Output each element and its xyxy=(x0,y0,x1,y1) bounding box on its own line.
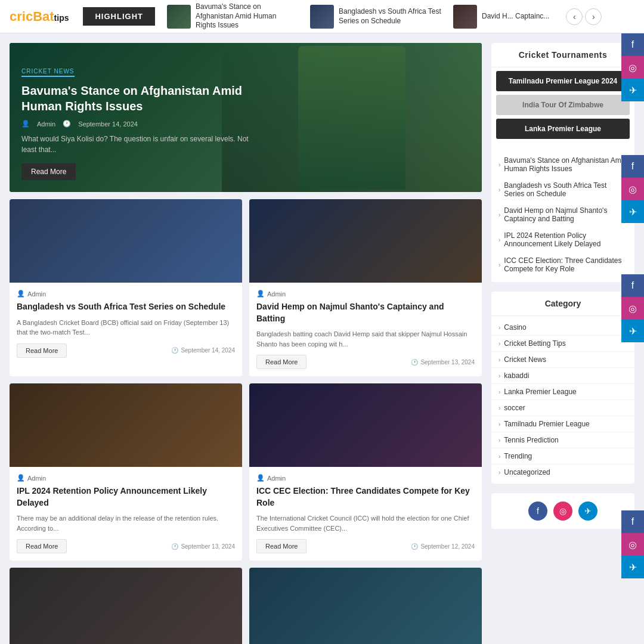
article-image-2 xyxy=(10,383,242,467)
article-image-3 xyxy=(249,383,482,467)
ticker-text-3: David H... Captainc... xyxy=(482,12,549,21)
article-footer-2: Read More 🕐 September 13, 2024 xyxy=(17,539,235,553)
category-title: Category xyxy=(491,292,634,316)
category-chevron-9: › xyxy=(499,469,500,476)
related-link-4[interactable]: › ICC CEC Election: Three Candidates Com… xyxy=(491,252,634,277)
instagram-button-2[interactable]: ◎ xyxy=(621,178,644,200)
telegram-button-3[interactable]: ✈ xyxy=(621,320,644,342)
category-item-4[interactable]: › Lanka Premier League xyxy=(491,384,634,400)
clock-icon-0: 🕐 xyxy=(171,347,178,354)
related-link-1[interactable]: › Bangladesh vs South Africa Test Series… xyxy=(491,177,634,202)
category-item-3[interactable]: › kabaddi xyxy=(491,368,634,384)
article-author-1: 👤 Admin xyxy=(256,290,475,298)
article-read-more-button-1[interactable]: Read More xyxy=(256,355,306,369)
featured-clock-icon: 🕐 xyxy=(63,120,71,128)
category-item-7[interactable]: › Tennis Prediction xyxy=(491,432,634,448)
article-body-0: 👤 Admin Bangladesh vs South Africa Test … xyxy=(10,283,242,365)
social-sidebar-4: f ◎ ✈ xyxy=(621,510,644,578)
article-date-1: 🕐 September 13, 2024 xyxy=(411,359,475,366)
article-read-more-button-2[interactable]: Read More xyxy=(17,539,67,553)
article-grid-row-1: 👤 Admin Bangladesh vs South Africa Test … xyxy=(10,199,482,376)
logo-tips: tips xyxy=(54,13,69,23)
ticker-nav: ‹ › xyxy=(566,8,602,25)
ticker-image-1 xyxy=(167,5,191,29)
author-icon-3: 👤 xyxy=(256,474,265,482)
clock-icon-3: 🕐 xyxy=(411,543,418,550)
category-list: › Casino › Cricket Betting Tips › Cricke… xyxy=(491,316,634,484)
social-sidebar-1: f ◎ ✈ xyxy=(621,33,644,101)
facebook-button-1[interactable]: f xyxy=(621,33,644,56)
tournament-button-0[interactable]: Tamilnadu Premier League 2024 xyxy=(496,71,630,91)
ticker-next-button[interactable]: › xyxy=(585,8,602,25)
article-grid-row-3: 👤 Admin Bottom Article 1 Bottom article … xyxy=(10,568,482,644)
related-link-3[interactable]: › IPL 2024 Retention Policy Announcement… xyxy=(491,227,634,252)
highlight-button[interactable]: HighliGHT xyxy=(83,7,155,26)
share-facebook-button[interactable]: f xyxy=(528,501,547,521)
tournament-button-2[interactable]: Lanka Premier League xyxy=(496,119,630,139)
category-item-5[interactable]: › soccer xyxy=(491,400,634,416)
category-item-9[interactable]: › Uncategorized xyxy=(491,465,634,480)
category-chevron-8: › xyxy=(499,453,500,460)
featured-title: Bavuma's Stance on Afghanistan Amid Huma… xyxy=(21,83,258,114)
telegram-button-2[interactable]: ✈ xyxy=(621,200,644,223)
category-item-0[interactable]: › Casino xyxy=(491,320,634,336)
featured-content: CRICKET NEWS Bavuma's Stance on Afghanis… xyxy=(10,54,270,192)
facebook-button-3[interactable]: f xyxy=(621,274,644,297)
category-chevron-6: › xyxy=(499,421,500,428)
article-title-0: Bangladesh vs South Africa Test Series o… xyxy=(17,301,235,313)
ticker-prev-button[interactable]: ‹ xyxy=(566,8,583,25)
category-item-2[interactable]: › Cricket News xyxy=(491,352,634,368)
category-chevron-3: › xyxy=(499,373,500,379)
category-chevron-2: › xyxy=(499,357,500,363)
category-chevron-0: › xyxy=(499,324,500,331)
telegram-button-4[interactable]: ✈ xyxy=(621,556,644,578)
facebook-button-4[interactable]: f xyxy=(621,510,644,533)
site-logo[interactable]: cricBattips xyxy=(10,9,69,24)
article-excerpt-3: The International Cricket Council (ICC) … xyxy=(256,513,475,533)
category-item-8[interactable]: › Trending xyxy=(491,448,634,465)
chevron-icon-3: › xyxy=(499,237,500,243)
instagram-button-1[interactable]: ◎ xyxy=(621,56,644,79)
article-image-5 xyxy=(249,568,482,644)
chevron-icon-4: › xyxy=(499,262,500,268)
instagram-button-4[interactable]: ◎ xyxy=(621,533,644,556)
ticker-item-1[interactable]: Bavuma's Stance on Afghanistan Amid Huma… xyxy=(167,2,298,30)
share-instagram-button[interactable]: ◎ xyxy=(553,501,572,521)
related-link-2[interactable]: › David Hemp on Najmul Shanto's Captainc… xyxy=(491,202,634,227)
category-item-1[interactable]: › Cricket Betting Tips xyxy=(491,336,634,352)
article-grid-row-2: 👤 Admin IPL 2024 Retention Policy Announ… xyxy=(10,383,482,561)
ticker-item-3[interactable]: David H... Captainc... xyxy=(453,5,549,29)
share-telegram-button[interactable]: ✈ xyxy=(578,501,597,521)
article-title-2: IPL 2024 Retention Policy Announcement L… xyxy=(17,485,235,509)
article-excerpt-1: Bangladesh batting coach David Hemp said… xyxy=(256,329,475,349)
article-footer-3: Read More 🕐 September 12, 2024 xyxy=(256,539,475,553)
article-date-0: 🕐 September 14, 2024 xyxy=(171,347,235,354)
logo-cric: cricBat xyxy=(10,9,54,24)
ticker-item-2[interactable]: Bangladesh vs South Africa Test Series o… xyxy=(310,5,441,29)
article-card-4: 👤 Admin Bottom Article 1 Bottom article … xyxy=(10,568,242,644)
ticker-text-1: Bavuma's Stance on Afghanistan Amid Huma… xyxy=(196,2,298,30)
right-column: Cricket Tournaments Tamilnadu Premier Le… xyxy=(491,43,634,644)
featured-meta: 👤 Admin 🕐 September 14, 2024 xyxy=(21,120,258,128)
article-body-3: 👤 Admin ICC CEC Election: Three Candidat… xyxy=(249,467,482,561)
article-card-5: 👤 Admin Bottom Article 2 Bottom article … xyxy=(249,568,482,644)
tournaments-section: Cricket Tournaments Tamilnadu Premier Le… xyxy=(491,43,634,282)
category-chevron-5: › xyxy=(499,405,500,411)
featured-read-more-button[interactable]: Read More xyxy=(21,163,76,180)
featured-card: CRICKET NEWS Bavuma's Stance on Afghanis… xyxy=(10,43,482,192)
article-date-2: 🕐 September 13, 2024 xyxy=(171,543,235,550)
article-title-1: David Hemp on Najmul Shanto's Captaincy … xyxy=(256,301,475,324)
category-item-6[interactable]: › Tamilnadu Premier League xyxy=(491,416,634,432)
telegram-button-1[interactable]: ✈ xyxy=(621,79,644,101)
tournament-button-1[interactable]: India Tour Of Zimbabwe xyxy=(496,95,630,115)
article-body-1: 👤 Admin David Hemp on Najmul Shanto's Ca… xyxy=(249,283,482,376)
category-chevron-4: › xyxy=(499,389,500,395)
related-link-0[interactable]: › Bavuma's Stance on Afghanistan Amid Hu… xyxy=(491,152,634,177)
article-read-more-button-3[interactable]: Read More xyxy=(256,539,306,553)
instagram-button-3[interactable]: ◎ xyxy=(621,297,644,320)
article-read-more-button-0[interactable]: Read More xyxy=(17,343,67,358)
article-author-2: 👤 Admin xyxy=(17,474,235,482)
article-card-1: 👤 Admin David Hemp on Najmul Shanto's Ca… xyxy=(249,199,482,376)
facebook-button-2[interactable]: f xyxy=(621,155,644,178)
author-icon-2: 👤 xyxy=(17,474,25,482)
